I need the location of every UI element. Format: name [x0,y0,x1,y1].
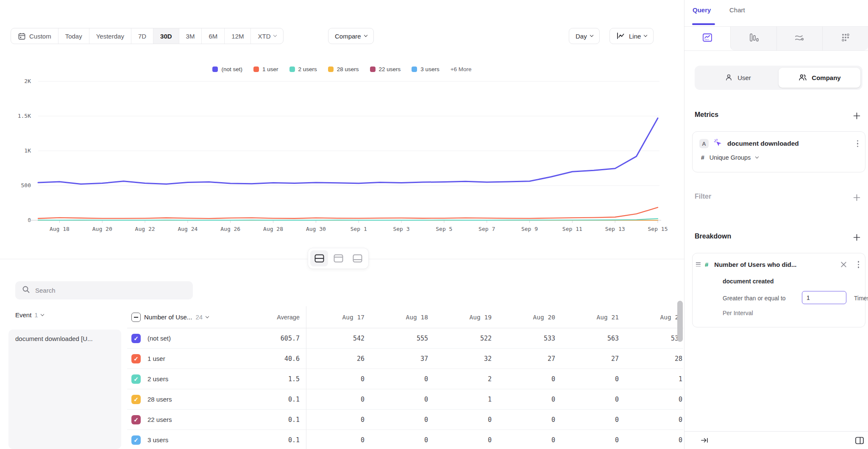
search-input[interactable] [35,287,175,294]
chevron-down-icon [364,33,367,37]
svg-text:500: 500 [21,182,31,188]
times-unit-label: Times [854,295,868,302]
series-checkbox[interactable]: ✓ [131,435,141,445]
svg-text:Aug 28: Aug 28 [263,226,283,232]
breakdown-menu-button[interactable] [856,259,861,270]
cell-value: 0 [556,436,620,444]
svg-text:Aug 18: Aug 18 [50,226,70,232]
date-column-header: Aug 19 [429,314,492,321]
range-today[interactable]: Today [58,28,89,44]
svg-text:1K: 1K [24,147,31,154]
range-yesterday[interactable]: Yesterday [89,28,131,44]
range-xtd[interactable]: XTD [251,28,283,44]
table-row: ✓3 users0.1000000 [127,430,683,449]
event-column-header[interactable]: Event 1 [15,311,44,319]
range-7d[interactable]: 7D [131,28,153,44]
column-divider [306,306,306,449]
chart-type-button[interactable]: Line [609,28,654,44]
cell-value: 0 [306,375,365,383]
svg-text:2K: 2K [24,78,31,84]
svg-text:1.5K: 1.5K [18,113,31,119]
panel-footer [684,431,868,449]
collapse-panel-icon[interactable] [701,437,709,444]
cell-value: 522 [429,335,492,342]
cell-value: 32 [429,355,492,363]
scope-company-button[interactable]: Company [779,68,860,88]
cell-value: 0 [492,416,556,424]
select-all-checkbox[interactable] [131,313,141,322]
average-column-header: Average [237,314,306,321]
cell-value: 542 [306,335,365,342]
number-icon: # [701,154,704,161]
average-value: 0.1 [237,416,306,424]
breakdown-title: Number of Users who did... [714,261,836,268]
compare-button[interactable]: Compare [328,28,374,44]
breakdown-card[interactable]: # Number of Users who did... document cr… [692,253,865,327]
svg-text:Sep 3: Sep 3 [393,226,409,232]
line-chart-icon [702,33,713,44]
bar-chart-icon [748,33,759,44]
metric-card[interactable]: A document downloaded # Unique Groups [692,131,865,172]
cell-value: 0 [620,436,683,444]
breakdown-table: Number of Use... 24 Average Aug 17Aug 18… [127,306,683,449]
series-label: 2 users [147,375,168,382]
series-checkbox[interactable]: ✓ [131,334,141,343]
table-row: ✓28 users0.1001000 [127,389,683,410]
cell-value: 0 [365,436,429,444]
user-icon [724,73,733,83]
autocapture-icon [713,138,723,149]
chevron-down-icon [590,33,593,37]
layout-chart-button[interactable] [329,250,347,266]
range-label: Custom [29,33,51,40]
svg-text:Aug 24: Aug 24 [178,226,198,232]
metric-menu-button[interactable] [855,139,860,149]
viewmode-grid-button[interactable] [822,27,868,50]
svg-text:Sep 1: Sep 1 [351,226,367,232]
series-label: 28 users [147,396,172,403]
range-3m[interactable]: 3M [179,28,202,44]
range-custom[interactable]: Custom [11,28,58,44]
tab-chart[interactable]: Chart [729,6,745,14]
side-panel-icon[interactable] [855,436,864,445]
cell-value: 0 [365,396,429,403]
breakdown-event-name: document created [723,278,774,285]
scope-user-button[interactable]: User [697,68,779,88]
cell-value: 0 [365,416,429,424]
line-chart[interactable]: 05001K1.5K2KAug 18Aug 20Aug 22Aug 24Aug … [0,51,684,241]
table-row: ✓1 user40.6263732272728 [127,349,683,369]
viewmode-line-button[interactable] [684,27,730,50]
range-30d[interactable]: 30D [153,28,179,44]
tab-query[interactable]: Query [693,6,711,14]
cell-value: 27 [556,355,620,363]
group-column-header[interactable]: Number of Use... 24 [127,313,237,322]
series-checkbox[interactable]: ✓ [131,374,141,384]
close-icon[interactable] [840,261,848,269]
add-metric-button[interactable] [852,111,861,120]
series-checkbox[interactable]: ✓ [131,354,141,363]
viewmode-flow-button[interactable] [776,27,823,50]
series-checkbox[interactable]: ✓ [131,415,141,424]
measure-selector[interactable]: # Unique Groups [693,149,865,161]
add-breakdown-button[interactable] [852,233,861,242]
table-row: ✓(not set)605.7542555522533563534 [127,328,683,349]
times-input[interactable] [802,291,846,304]
event-row-item[interactable]: document downloaded [U... [8,330,121,449]
average-value: 40.6 [237,355,306,363]
range-6m[interactable]: 6M [202,28,225,44]
viewmode-bar-button[interactable] [730,27,776,50]
layout-table-button[interactable] [348,250,366,266]
drag-handle-icon[interactable] [695,261,701,267]
calendar-icon [18,32,26,40]
layout-split-button[interactable] [310,250,328,266]
scope-toggle: User Company [695,66,862,90]
cell-value: 0 [306,416,365,424]
add-filter-button[interactable] [852,193,861,202]
range-12m[interactable]: 12M [225,28,251,44]
average-value: 0.1 [237,436,306,444]
table-row: ✓22 users0.1000000 [127,410,683,430]
per-interval-label: Per Interval [723,310,753,316]
vertical-scrollbar[interactable] [677,301,683,342]
cell-value: 0 [492,396,556,403]
interval-button[interactable]: Day [569,28,600,44]
series-checkbox[interactable]: ✓ [131,395,141,404]
